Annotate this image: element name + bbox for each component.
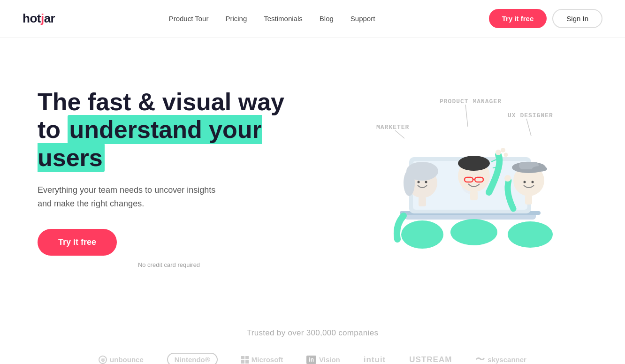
microsoft-icon	[241, 356, 249, 364]
svg-line-1	[465, 105, 468, 127]
svg-point-16	[450, 219, 497, 245]
hero-subtitle: Everything your team needs to uncover in…	[38, 183, 300, 211]
svg-point-12	[404, 170, 415, 196]
sign-in-button[interactable]: Sign In	[552, 9, 602, 28]
trusted-title: Trusted by over 300,000 companies	[38, 328, 587, 338]
microsoft-logo: Microsoft	[241, 356, 283, 364]
hero-highlight: understand your users	[38, 115, 262, 172]
nav-actions: Try it free Sign In	[489, 9, 602, 28]
hero-svg: MARKETER PRODUCT MANAGER UX DESIGNER 🔥	[353, 89, 578, 272]
hero-section: The fast & visual way to understand your…	[0, 38, 625, 310]
skyscanner-wave-icon: 〜	[475, 353, 485, 364]
illustration-container: MARKETER PRODUCT MANAGER UX DESIGNER 🔥	[353, 89, 578, 267]
skyscanner-logo: 〜 skyscanner	[475, 353, 526, 364]
nav-product-tour[interactable]: Product Tour	[169, 15, 209, 23]
hero-illustration: MARKETER PRODUCT MANAGER UX DESIGNER 🔥	[343, 89, 587, 267]
logo-text: hotjar	[23, 11, 55, 26]
svg-point-35	[504, 175, 511, 182]
navbar: hotjar Product Tour Pricing Testimonials…	[0, 0, 625, 38]
svg-point-23	[501, 148, 505, 152]
hero-title: The fast & visual way to understand your…	[38, 88, 300, 172]
svg-point-13	[418, 181, 420, 183]
svg-point-24	[504, 153, 508, 157]
svg-point-32	[532, 166, 547, 172]
svg-rect-25	[470, 191, 478, 200]
unbounce-icon: ◎	[99, 356, 107, 364]
product-manager-label: PRODUCT MANAGER	[440, 98, 502, 105]
ustream-logo: USTREAM	[409, 355, 452, 364]
svg-line-0	[395, 130, 404, 138]
trusted-section: Trusted by over 300,000 companies ◎ unbo…	[0, 310, 625, 364]
invision-logo: in Vision	[306, 356, 340, 364]
invision-icon: in	[306, 356, 316, 364]
logo-link[interactable]: hotjar	[23, 11, 55, 26]
nav-testimonials[interactable]: Testimonials	[264, 15, 303, 23]
hero-title-line2: to understand your users	[38, 115, 262, 172]
intuit-logo: intuit	[364, 355, 386, 364]
svg-point-33	[524, 181, 526, 183]
svg-line-2	[526, 119, 531, 136]
svg-point-14	[425, 181, 427, 183]
nav-pricing[interactable]: Pricing	[225, 15, 247, 23]
svg-point-9	[401, 220, 443, 249]
ux-designer-label: UX DESIGNER	[508, 112, 553, 119]
nav-blog[interactable]: Blog	[320, 15, 334, 23]
nav-links: Product Tour Pricing Testimonials Blog S…	[169, 15, 375, 23]
svg-rect-36	[525, 195, 532, 205]
try-it-free-nav-button[interactable]: Try it free	[489, 9, 547, 28]
svg-point-18	[458, 156, 490, 171]
marketer-label: MARKETER	[376, 124, 409, 131]
hero-content: The fast & visual way to understand your…	[38, 88, 300, 269]
svg-rect-15	[419, 197, 426, 206]
try-it-free-hero-button[interactable]: Try it free	[38, 229, 117, 256]
svg-point-28	[508, 221, 553, 248]
no-credit-card-text: No credit card required	[38, 261, 300, 268]
svg-point-22	[495, 150, 501, 155]
svg-point-34	[532, 181, 534, 183]
nintendo-logo: Nintendo®	[167, 353, 218, 364]
unbounce-logo: ◎ unbounce	[99, 356, 144, 364]
logos-container: ◎ unbounce Nintendo® Microsoft in Vision…	[38, 353, 587, 364]
nav-support[interactable]: Support	[351, 15, 375, 23]
